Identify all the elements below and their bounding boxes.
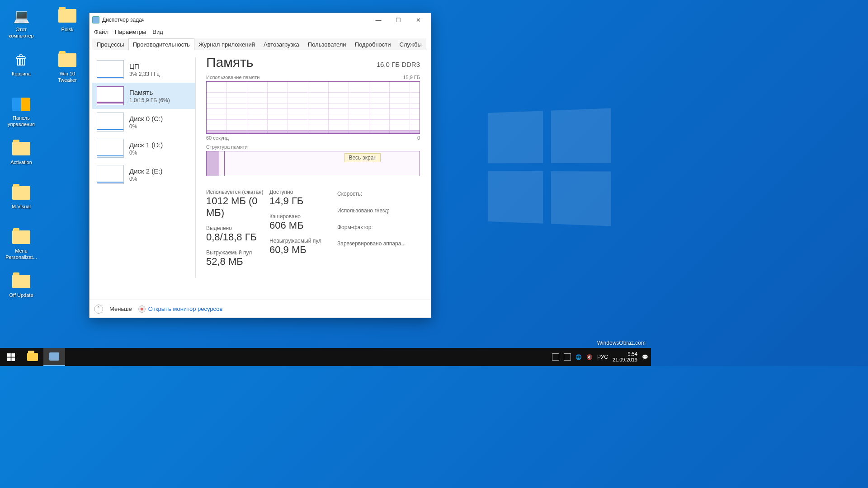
stat-label: Форм-фактор: xyxy=(337,222,420,233)
desktop-icon[interactable]: Off Update xyxy=(4,272,39,314)
monitor-icon xyxy=(138,305,146,313)
stat-label: Использовано гнезд: xyxy=(337,206,420,216)
tooltip: Весь экран xyxy=(344,153,381,162)
desktop-icon[interactable]: 💻Этот компьютер xyxy=(4,6,39,48)
tab[interactable]: Процессы xyxy=(92,38,129,50)
menu-item[interactable]: Вид xyxy=(152,28,163,35)
desktop-icon[interactable]: Activation xyxy=(4,139,39,181)
sidebar-item-name: Память xyxy=(129,89,170,96)
desktop-icon-label: Панель управления xyxy=(4,115,39,128)
desktop-icon[interactable]: M.Visual xyxy=(4,183,39,225)
stat-label: Выделено xyxy=(206,225,268,231)
clock[interactable]: 9:5421.09.2019 xyxy=(613,351,637,363)
window-titlebar[interactable]: Диспетчер задач — ☐ ✕ xyxy=(90,13,431,27)
desktop-icon[interactable]: Win 10 Tweaker xyxy=(50,51,85,92)
sidebar-item-value: 1,0/15,9 ГБ (6%) xyxy=(129,97,170,103)
folder-icon xyxy=(57,51,77,70)
tab-bar: ПроцессыПроизводительностьЖурнал приложе… xyxy=(90,38,431,50)
thumbnail-chart xyxy=(97,60,124,79)
stat-label: Кэшировано xyxy=(269,213,335,220)
menu-item[interactable]: Файл xyxy=(94,28,108,35)
stat-value: 1012 МБ (0 МБ) xyxy=(206,195,268,219)
folder-icon xyxy=(11,139,31,158)
bin-icon: 🗑 xyxy=(11,51,31,70)
memory-composition-chart[interactable]: Весь экран xyxy=(206,151,420,176)
menu-bar: ФайлПараметрыВид xyxy=(90,27,431,38)
tray-icon[interactable] xyxy=(552,353,559,361)
tab[interactable]: Производительность xyxy=(128,38,194,50)
struct-label: Структура памяти xyxy=(206,144,420,150)
x-left: 60 секунд xyxy=(206,135,229,141)
minimize-button[interactable]: — xyxy=(368,14,388,26)
folder-icon xyxy=(11,272,31,291)
memory-usage-chart[interactable] xyxy=(206,81,420,134)
desktop: 💻Этот компьютер🗑КорзинаПанель управления… xyxy=(0,0,89,334)
volume-icon[interactable]: 🔇 xyxy=(586,354,593,360)
desktop-icon-label: Корзина xyxy=(12,71,31,77)
thumbnail-chart xyxy=(97,139,124,158)
thumbnail-chart xyxy=(97,113,124,131)
stat-value: 14,9 ГБ xyxy=(269,195,335,207)
system-tray: 🌐 🔇 РУС 9:5421.09.2019 💬 xyxy=(552,351,651,363)
close-button[interactable]: ✕ xyxy=(408,14,428,26)
stat-label: Доступно xyxy=(269,189,335,195)
sidebar-item-value: 0% xyxy=(129,150,163,156)
tray-icon[interactable] xyxy=(564,353,571,361)
sidebar-item[interactable]: Диск 0 (C:)0% xyxy=(92,109,195,135)
thumbnail-chart xyxy=(97,86,124,105)
desktop-icon-label: Activation xyxy=(10,160,32,166)
window-footer: ˄ Меньше Открыть монитор ресурсов xyxy=(90,300,431,318)
sidebar-item-name: Диск 0 (C:) xyxy=(129,115,163,122)
windows-logo xyxy=(488,108,611,226)
desktop-icon[interactable]: Панель управления xyxy=(4,95,39,136)
folder-icon xyxy=(11,183,31,202)
stat-label: Зарезервировано аппара... xyxy=(337,239,420,249)
sidebar-item-name: Диск 2 (E:) xyxy=(129,167,162,175)
performance-main: Память 16,0 ГБ DDR3 Использование памяти… xyxy=(195,50,431,300)
svg-rect-1 xyxy=(11,353,15,357)
taskbar-task-manager[interactable] xyxy=(43,348,65,366)
menu-item[interactable]: Параметры xyxy=(115,28,146,35)
stat-value: 52,8 МБ xyxy=(206,256,268,267)
tab[interactable]: Автозагрузка xyxy=(259,38,304,50)
sidebar-item[interactable]: Память1,0/15,9 ГБ (6%) xyxy=(92,83,195,109)
window-title: Диспетчер задач xyxy=(102,17,368,23)
fewer-details-link[interactable]: Меньше xyxy=(109,305,132,312)
folder-icon xyxy=(11,228,31,247)
desktop-icon-label: Off Update xyxy=(9,292,33,299)
desktop-icon-label: M.Visual xyxy=(12,204,31,210)
stat-label: Невыгружаемый пул xyxy=(269,238,335,244)
resource-monitor-link[interactable]: Открыть монитор ресурсов xyxy=(138,305,222,313)
stat-label: Выгружаемый пул xyxy=(206,249,268,256)
language-indicator[interactable]: РУС xyxy=(597,354,608,360)
x-right: 0 xyxy=(417,135,420,141)
sidebar-item[interactable]: ЦП3% 2,33 ГГц xyxy=(92,56,195,83)
folder-icon xyxy=(57,6,77,25)
stat-value: 606 МБ xyxy=(269,220,335,231)
chart-max: 15,9 ГБ xyxy=(403,75,420,80)
tab[interactable]: Службы xyxy=(395,38,426,50)
desktop-icon[interactable]: Poisk xyxy=(50,6,85,48)
collapse-icon[interactable]: ˄ xyxy=(94,305,103,314)
page-title: Память xyxy=(206,55,254,70)
maximize-button[interactable]: ☐ xyxy=(388,14,408,26)
network-icon[interactable]: 🌐 xyxy=(576,354,582,360)
desktop-icon[interactable]: 🗑Корзина xyxy=(4,51,39,92)
desktop-icon[interactable]: Menu Personalizat... xyxy=(4,228,39,269)
sidebar-item[interactable]: Диск 2 (E:)0% xyxy=(92,161,195,188)
notifications-icon[interactable]: 💬 xyxy=(642,354,648,360)
sidebar-item-value: 0% xyxy=(129,176,162,182)
tab[interactable]: Пользователи xyxy=(303,38,351,50)
tab[interactable]: Подробности xyxy=(350,38,396,50)
taskbar[interactable]: 🌐 🔇 РУС 9:5421.09.2019 💬 xyxy=(0,348,651,366)
sidebar-item[interactable]: Диск 1 (D:)0% xyxy=(92,135,195,161)
svg-rect-3 xyxy=(11,357,15,361)
sidebar-item-value: 0% xyxy=(129,123,163,130)
tab[interactable]: Журнал приложений xyxy=(194,38,259,50)
sidebar-item-value: 3% 2,33 ГГц xyxy=(129,71,160,77)
stat-value: 0,8/18,8 ГБ xyxy=(206,231,268,243)
desktop-icon-label: Menu Personalizat... xyxy=(4,248,39,261)
start-button[interactable] xyxy=(0,348,22,366)
sidebar-item-name: ЦП xyxy=(129,62,160,70)
taskbar-explorer[interactable] xyxy=(22,348,43,366)
